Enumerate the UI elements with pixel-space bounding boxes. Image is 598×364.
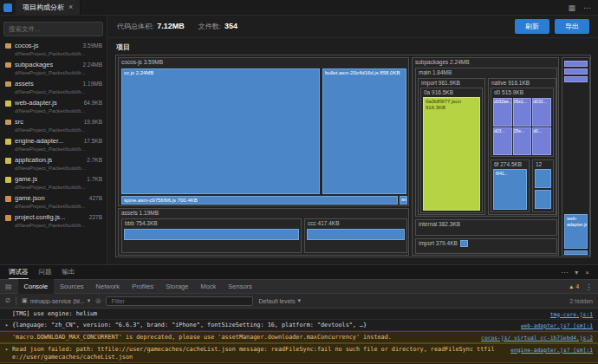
close-icon[interactable]: × — [585, 269, 589, 276]
file-name: project.config.js... — [15, 213, 65, 222]
disclosure-triangle-icon[interactable]: ▸ — [5, 346, 12, 354]
treemap-group-0a[interactable]: 0a 916.5KB 0a0b89f77.json 916.3KB — [420, 88, 483, 213]
treemap-group-6f[interactable]: 6f 274.5KB 6f41... — [491, 159, 530, 212]
eye-icon[interactable]: ◎ — [95, 297, 101, 304]
more-icon[interactable]: ⋯ — [561, 269, 568, 276]
devtools-tab-sources[interactable]: Sources — [54, 279, 90, 294]
block-file-size: 916.3KB — [426, 105, 478, 111]
devtools-tab-profiles[interactable]: Profiles — [126, 279, 159, 294]
folder-icon — [5, 120, 11, 125]
log-levels-selector[interactable]: Default levels ▾ — [258, 297, 301, 304]
group-label: main 1.84MB — [416, 68, 556, 77]
treemap-section-title: 项目 — [116, 42, 591, 52]
refresh-button[interactable]: 刷新 — [515, 19, 549, 34]
file-name: web-adapter.js — [15, 99, 57, 107]
console-log-list[interactable]: [TMG] use engine: helium tmg-core.js:1 ▸… — [0, 309, 598, 364]
list-item-game-js[interactable]: game.js 1.7KB d/NewProject_Packet/build/… — [0, 173, 107, 192]
treemap-block-12-file[interactable] — [535, 169, 551, 188]
list-item-cocos-js[interactable]: cocos-js 3.59MB d/NewProject_Packet/buil… — [0, 40, 107, 59]
warning-count-badge[interactable]: ▲4 — [569, 283, 579, 289]
panel-tab-problems[interactable]: 问题 — [39, 265, 52, 279]
treemap-block-small[interactable] — [564, 61, 588, 67]
device-toolbar-icon[interactable]: ▤ — [5, 283, 12, 290]
more-icon[interactable]: ⋯ — [583, 3, 591, 12]
devtools-tab-sensors[interactable]: Sensors — [222, 279, 258, 294]
devtools-tab-network[interactable]: Network — [90, 279, 127, 294]
file-size: 19.9KB — [84, 118, 102, 127]
treemap-block-spine[interactable]: spine.asm-c9756f96.js 700.4KB — [121, 196, 398, 205]
treemap-group-import2[interactable]: import 379.4KB — [415, 238, 557, 254]
treemap-group-subpackages[interactable]: subpackages 2.24MB main 1.84MB import 96… — [412, 57, 559, 256]
treemap-block-ass[interactable]: ass — [400, 196, 407, 205]
devtools-tab-mock[interactable]: Mock — [194, 279, 222, 294]
split-editor-icon[interactable]: ▦ — [568, 3, 575, 12]
treemap-block-bbb-files[interactable] — [124, 229, 299, 240]
treemap-block-small[interactable] — [564, 76, 588, 82]
source-link[interactable]: cocos-js/_virtual_cc-1b71ebd4.js:2 — [481, 334, 593, 341]
source-link[interactable]: tmg-core.js:1 — [550, 310, 593, 318]
treemap-block-12-file[interactable] — [535, 190, 551, 209]
treemap-block-web-adapter[interactable]: web-adapter.js — [564, 214, 588, 249]
treemap-group-internal[interactable]: internal 382.3KB — [415, 219, 557, 236]
treemap-block-d0-file[interactable]: d03... — [493, 127, 512, 156]
file-name: src — [15, 118, 23, 127]
panel-tab-output[interactable]: 输出 — [62, 265, 75, 279]
list-item-application[interactable]: application.js 2.7KB d/NewProject_Packet… — [0, 154, 107, 173]
treemap-block-cc-js[interactable]: cc.js 2.24MB — [121, 68, 320, 194]
log-message: [TMG] use engine: helium — [12, 310, 543, 318]
export-button[interactable]: 导出 — [555, 19, 589, 34]
treemap-block-6f-file[interactable]: 6f41... — [493, 169, 527, 210]
treemap-block-import2-file[interactable] — [460, 240, 468, 247]
js-file-icon — [5, 139, 11, 145]
treemap-group-d0[interactable]: d0 515.9KB d032ae... 05e1... d032... d03… — [491, 88, 554, 157]
treemap-block-d0-file[interactable]: 05e... — [513, 127, 532, 156]
group-label: import 379.4KB — [416, 239, 556, 248]
source-link[interactable]: engine-adapter.js? [sm]:1 — [510, 346, 593, 354]
treemap-group-main[interactable]: main 1.84MB import 961.9KB 0a 916.5KB 0a… — [415, 68, 557, 217]
treemap-block-small[interactable] — [564, 68, 588, 75]
kebab-menu-icon[interactable]: ⋮ — [585, 283, 593, 291]
source-link[interactable]: web-adapter.js? [sm]:1 — [521, 322, 593, 329]
close-icon[interactable]: × — [68, 3, 73, 11]
tab-title: 项目构成分析 — [23, 3, 64, 12]
treemap-block-d0-file[interactable]: d032... — [532, 98, 551, 127]
treemap-group-native[interactable]: native 916.1KB d0 515.9KB d032ae... 05e1… — [488, 78, 556, 215]
treemap-block-bullet[interactable]: bullet.asm-20c4d16d.js 858.0KB — [322, 68, 406, 194]
treemap-block-d0-file[interactable]: 05e1... — [513, 98, 532, 127]
search-input[interactable] — [3, 22, 103, 36]
devtools-tab-storage[interactable]: Storage — [159, 279, 194, 294]
treemap-group-12[interactable]: 12 — [532, 159, 554, 212]
list-item-src[interactable]: src 19.9KB d/NewProject_Packet/build/b..… — [0, 116, 107, 135]
panel-tab-debugger[interactable]: 调试器 — [9, 265, 29, 279]
tab-project-analysis[interactable]: 项目构成分析 × — [16, 0, 81, 16]
treemap-block-small[interactable] — [564, 250, 588, 255]
file-name: assets — [15, 80, 34, 88]
file-name: subpackages — [15, 61, 53, 69]
chevron-down-icon[interactable]: ▾ — [575, 269, 578, 276]
treemap-group-bbb[interactable]: bbb 754.3KB — [121, 218, 302, 253]
treemap: cocos-js 3.59MB cc.js 2.24MB bullet.asm-… — [115, 55, 591, 257]
treemap-block-0a-json[interactable]: 0a0b89f77.json 916.3KB — [423, 97, 480, 211]
list-item-assets[interactable]: assets 1.19MB d/NewProject_Packet/build/… — [0, 78, 107, 97]
console-row: [TMG] use engine: helium tmg-core.js:1 — [0, 309, 598, 320]
treemap-block-ccc-files[interactable] — [307, 229, 405, 240]
chevron-down-icon: ▾ — [88, 297, 91, 304]
treemap-group-misc[interactable]: web-adapter.js — [562, 57, 590, 256]
list-item-engine-adapter[interactable]: engine-adapter... 17.5KB d/NewProject_Pa… — [0, 135, 107, 154]
group-label: native 916.1KB — [489, 79, 556, 88]
clear-console-icon[interactable]: ∅ — [5, 297, 10, 304]
console-filter-input[interactable] — [106, 296, 253, 306]
disclosure-triangle-icon[interactable]: ▸ — [5, 322, 12, 329]
list-item-web-adapter[interactable]: web-adapter.js 64.9KB d/NewProject_Packe… — [0, 97, 107, 116]
treemap-group-import[interactable]: import 961.9KB 0a 916.5KB 0a0b89f77.json… — [418, 78, 485, 215]
list-item-subpackages[interactable]: subpackages 2.24MB d/NewProject_Packet/b… — [0, 59, 107, 78]
list-item-project-config[interactable]: project.config.js... 227B d/NewProject_P… — [0, 211, 107, 231]
treemap-group-assets[interactable]: assets 1.19MB bbb 754.3KB ccc 417.4KB — [118, 208, 409, 256]
treemap-block-d0-file[interactable]: d0... — [532, 127, 551, 156]
list-item-game-json[interactable]: game.json 427B d/NewProject_Packet/build… — [0, 192, 107, 211]
devtools-tab-console[interactable]: Console — [18, 279, 55, 294]
treemap-group-cocos-js[interactable]: cocos-js 3.59MB cc.js 2.24MB bullet.asm-… — [118, 57, 409, 206]
treemap-group-ccc[interactable]: ccc 417.4KB — [304, 218, 407, 253]
context-selector[interactable]: ▣ minapp-service (bl... ▾ — [22, 297, 90, 304]
treemap-block-d0-file[interactable]: d032ae... — [493, 98, 512, 127]
